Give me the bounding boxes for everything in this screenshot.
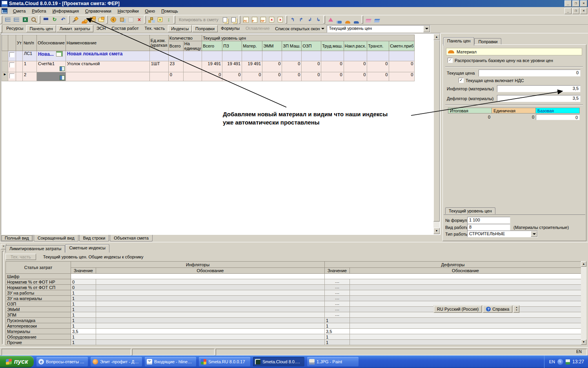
price-cell-Труд.маш.[interactable]: 0 (321, 61, 344, 72)
taskbar-button-Входящие - hline_sm...[interactable]: Входящие - hline_sm... (145, 357, 196, 366)
menu-Работа[interactable]: Работа (29, 8, 49, 14)
menu-Смета[interactable]: Смета (10, 8, 29, 14)
unit-cell[interactable]: 1ШТ (149, 61, 168, 72)
toolbar-grip[interactable] (38, 16, 40, 24)
minimize-button[interactable]: _ (564, 0, 572, 7)
infl-justification-cell[interactable] (96, 334, 325, 340)
view-tab-Полный вид[interactable]: Полный вид (1, 235, 33, 242)
toolbar-grip[interactable] (68, 16, 70, 24)
price-cell-Трансп.[interactable]: 0 (367, 61, 389, 72)
combo-dropdown-button[interactable] (531, 231, 537, 237)
toolbar-grip[interactable] (323, 16, 325, 24)
tab-price-panel[interactable]: Панель цен (443, 37, 474, 46)
price-cell-Труд.маш.[interactable]: 0 (321, 72, 344, 81)
doc-pr-icon[interactable]: ПР (259, 16, 268, 24)
infl-justification-cell[interactable] (96, 301, 325, 307)
view-tab-Объектная смета[interactable]: Объектная смета (110, 235, 153, 242)
doc-r-icon[interactable]: Р (250, 16, 259, 24)
defl-value-cell[interactable]: --- (325, 307, 350, 312)
col-price-Труд.маш.[interactable]: Труд.маш. (321, 41, 344, 51)
name-cell[interactable]: Новая локальная смета (66, 51, 149, 61)
panel-tab-Состав работ[interactable]: Состав работ (109, 25, 142, 32)
row-number-cell[interactable]: 1 (22, 61, 36, 72)
infl-value-cell[interactable]: 1 (71, 312, 96, 318)
menu-Информация[interactable]: Информация (49, 8, 82, 14)
col-group-deflators[interactable]: Дефляторы (325, 262, 581, 268)
toolbar-grip[interactable] (285, 16, 287, 24)
col-price-Трансп.[interactable]: Трансп. (367, 41, 389, 51)
col-price-Сметн.приб[interactable]: Сметн.приб (389, 41, 415, 51)
truck-button[interactable] (335, 16, 344, 24)
col-group-inflators[interactable]: Инфляторы (71, 262, 325, 268)
infl-value-cell[interactable]: 1 (71, 323, 96, 329)
insert-section-button[interactable]: + (156, 16, 164, 24)
taskbar-button-1.JPG - Paint[interactable]: 1.JPG - Paint (307, 357, 359, 366)
save-button[interactable] (42, 16, 50, 24)
edit-button[interactable] (126, 16, 135, 24)
close-button[interactable]: × (580, 0, 587, 7)
defl-cell[interactable] (325, 274, 581, 279)
paste-button[interactable] (229, 16, 238, 24)
col-infl-justification[interactable]: Обоснование (96, 268, 325, 274)
col-name[interactable]: Наименование (66, 35, 149, 51)
price-cell-ПЗ[interactable]: 0 (222, 72, 242, 81)
price-button[interactable]: € (109, 16, 118, 24)
panel-tab-Формулы[interactable]: Формулы (218, 25, 242, 32)
row-checkbox[interactable] (9, 52, 15, 57)
col-qty-unit[interactable]: На единицу (183, 41, 202, 51)
price-cell-Накл.расх.[interactable]: 0 (344, 72, 367, 81)
formula-number-field[interactable]: 1 100 (467, 217, 510, 224)
delete-button[interactable]: × (135, 16, 144, 24)
price-cell-ЭММ[interactable] (262, 51, 282, 61)
price-cell-Всего[interactable] (202, 51, 222, 61)
col-qty-total[interactable]: Всего (168, 41, 183, 51)
resources-button[interactable] (118, 16, 126, 24)
infl-justification-cell[interactable] (96, 279, 325, 285)
tray-app-icon[interactable] (566, 359, 570, 364)
justification-cell[interactable]: Счет№1 (36, 61, 66, 72)
tray-chevron-icon[interactable]: ‹ (557, 359, 563, 365)
qty-total-cell[interactable]: 23 (168, 61, 183, 72)
defl-value-cell[interactable]: --- (325, 290, 350, 296)
price-cell-Трансп.[interactable]: 0 (367, 72, 389, 81)
price-cell-ЗП Маш.[interactable]: 0 (282, 61, 302, 72)
price-cell-ОЗП[interactable]: 0 (302, 72, 321, 81)
layers-pink-button[interactable] (364, 16, 373, 24)
defl-justification-cell[interactable] (350, 334, 581, 340)
scroll-down-button[interactable]: ▼ (433, 228, 440, 234)
restore-button[interactable]: ❐ (572, 0, 579, 7)
panel-tab-Поправки[interactable]: Поправки (192, 25, 218, 32)
spread-base-price-checkbox[interactable] (448, 58, 453, 63)
add-work-button[interactable] (71, 16, 80, 24)
ut-cell[interactable] (16, 72, 22, 81)
index-row-Шифр[interactable]: Шифр (6, 274, 581, 279)
defl-justification-cell[interactable] (350, 340, 581, 345)
col-price-ПЗ[interactable]: ПЗ (222, 41, 242, 51)
col-price-Матер.[interactable]: Матер. (242, 41, 262, 51)
row-checkbox[interactable] (9, 73, 15, 79)
level-down-all-button[interactable]: ↳ (314, 16, 323, 24)
bottom-tab-Сметные индексы[interactable]: Сметные индексы (65, 244, 109, 253)
defl-value-cell[interactable]: 1 (325, 340, 350, 345)
ut-cell[interactable] (16, 61, 22, 72)
mdi-close-button[interactable]: × (580, 8, 587, 14)
delete-position-button[interactable]: × (268, 16, 276, 24)
col-infl-value[interactable]: Значение (71, 268, 96, 274)
menu-Помощь[interactable]: Помощь (158, 8, 181, 14)
defl-value-cell[interactable]: --- (325, 301, 350, 307)
row-checkbox[interactable] (9, 62, 15, 68)
price-cell-Накл.расх.[interactable] (344, 51, 367, 61)
mdi-document-icon[interactable] (2, 8, 7, 14)
infl-justification-cell[interactable] (96, 285, 325, 290)
transport-button[interactable] (352, 16, 361, 24)
col-price-ЭММ[interactable]: ЭММ (262, 41, 282, 51)
export-excel-button[interactable]: Х (21, 16, 29, 24)
defl-value-cell[interactable]: 3,5 (325, 329, 350, 334)
unit-cell[interactable] (149, 72, 168, 81)
price-level-combobox[interactable]: Текущий уровень цен (327, 25, 430, 33)
qty-unit-cell[interactable] (183, 51, 202, 61)
index-row-Оборудование[interactable]: Оборудование11 (6, 334, 581, 340)
index-row-Автоперевозки[interactable]: Автоперевозки11 (6, 323, 581, 329)
mdi-minimize-button[interactable]: _ (564, 8, 572, 14)
col-price-ОЗП[interactable]: ОЗП (302, 41, 321, 51)
